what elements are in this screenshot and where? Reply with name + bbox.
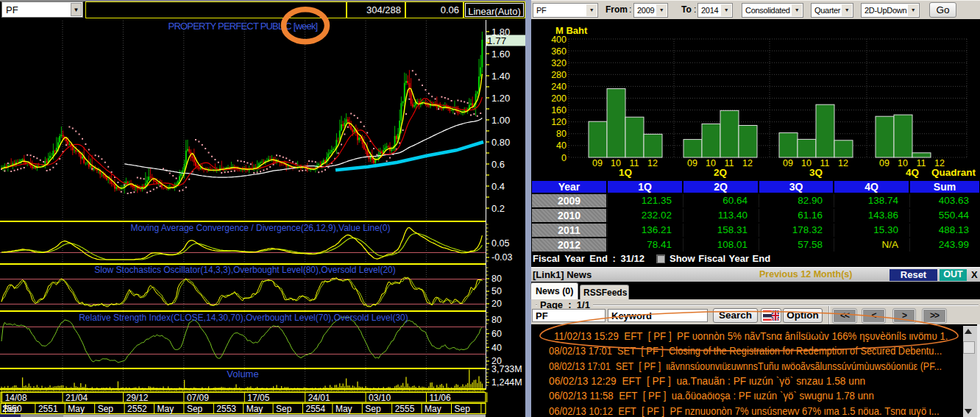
svg-text:09: 09 xyxy=(879,158,890,168)
svg-text:Sep: Sep xyxy=(365,404,381,414)
svg-text:4Q: 4Q xyxy=(906,167,919,178)
svg-text:03/10: 03/10 xyxy=(369,393,391,403)
svg-text:May: May xyxy=(246,404,263,414)
svg-text:17/05: 17/05 xyxy=(247,393,269,403)
svg-text:11/06: 11/06 xyxy=(430,393,451,403)
svg-text:May: May xyxy=(68,404,85,414)
svg-text:12: 12 xyxy=(838,158,848,168)
svg-text:0.2: 0.2 xyxy=(491,203,505,214)
svg-text:80: 80 xyxy=(556,129,567,139)
svg-text:21/04: 21/04 xyxy=(65,393,88,403)
svg-text:1,244M: 1,244M xyxy=(491,377,522,388)
svg-text:Relative Strength Index(CLOSE,: Relative Strength Index(CLOSE,14,30,70),… xyxy=(79,313,408,323)
svg-text:Sep: Sep xyxy=(98,404,114,414)
svg-text:0: 0 xyxy=(561,153,567,163)
svg-text:24/01: 24/01 xyxy=(308,393,330,403)
svg-text:240: 240 xyxy=(551,82,567,92)
svg-text:0.4: 0.4 xyxy=(491,181,505,192)
svg-text:1.80: 1.80 xyxy=(491,26,510,38)
svg-text:40: 40 xyxy=(556,140,567,151)
svg-text:May: May xyxy=(157,404,174,414)
svg-text:Sep: Sep xyxy=(187,404,203,414)
svg-text:12: 12 xyxy=(647,158,658,168)
svg-text:Moving Average Convergence / D: Moving Average Convergence / Divergence(… xyxy=(130,223,390,233)
svg-text:20: 20 xyxy=(491,299,502,309)
svg-text:Volume: Volume xyxy=(227,368,258,379)
svg-text:1Q: 1Q xyxy=(619,167,632,178)
svg-text:Slow Stochastics Oscillator(14: Slow Stochastics Oscillator(14,3,3),Over… xyxy=(94,265,396,275)
svg-text:29/12: 29/12 xyxy=(127,393,149,403)
svg-text:2553: 2553 xyxy=(216,404,236,414)
svg-text:1.60: 1.60 xyxy=(491,49,510,60)
svg-text:09: 09 xyxy=(783,158,793,168)
svg-text:80: 80 xyxy=(491,274,502,284)
svg-text:Sep: Sep xyxy=(455,404,471,414)
svg-text:2551: 2551 xyxy=(38,404,58,414)
svg-text:May: May xyxy=(335,404,352,414)
svg-text:50: 50 xyxy=(491,286,502,296)
svg-text:Sep: Sep xyxy=(276,404,292,414)
svg-text:1.00: 1.00 xyxy=(491,115,510,126)
svg-text:09: 09 xyxy=(592,158,603,168)
svg-text:3,733M: 3,733M xyxy=(491,364,522,374)
svg-text:2554: 2554 xyxy=(306,404,326,414)
svg-text:12: 12 xyxy=(742,158,753,168)
svg-text:0.6: 0.6 xyxy=(491,159,505,170)
svg-text:3Q: 3Q xyxy=(809,167,823,178)
svg-text:80: 80 xyxy=(491,315,502,325)
svg-text:Quadrant: Quadrant xyxy=(931,167,976,178)
svg-text:120: 120 xyxy=(551,117,567,127)
svg-text:2552: 2552 xyxy=(127,404,147,414)
svg-text:Sep: Sep xyxy=(3,404,19,414)
svg-text:M Baht: M Baht xyxy=(555,25,588,36)
svg-text:2Q: 2Q xyxy=(714,167,727,178)
svg-text:40: 40 xyxy=(491,343,502,353)
svg-text:May: May xyxy=(425,404,441,414)
svg-text:200: 200 xyxy=(551,93,567,104)
svg-text:07/09: 07/09 xyxy=(187,393,209,403)
svg-text:-0.03: -0.03 xyxy=(491,252,513,263)
svg-text:60: 60 xyxy=(491,329,502,339)
svg-text:160: 160 xyxy=(551,105,567,115)
svg-text:2555: 2555 xyxy=(395,404,415,414)
svg-text:360: 360 xyxy=(551,46,567,57)
svg-text:0.80: 0.80 xyxy=(491,137,510,148)
svg-text:1.40: 1.40 xyxy=(491,71,510,82)
svg-text:PROPERTY PERFECT PUBLIC [week]: PROPERTY PERFECT PUBLIC [week] xyxy=(168,21,318,32)
svg-text:320: 320 xyxy=(551,58,567,68)
svg-text:1.20: 1.20 xyxy=(491,93,510,104)
svg-text:0.05: 0.05 xyxy=(491,238,509,249)
svg-text:09: 09 xyxy=(687,158,697,168)
svg-text:14/08: 14/08 xyxy=(5,393,27,403)
svg-text:280: 280 xyxy=(551,70,567,80)
